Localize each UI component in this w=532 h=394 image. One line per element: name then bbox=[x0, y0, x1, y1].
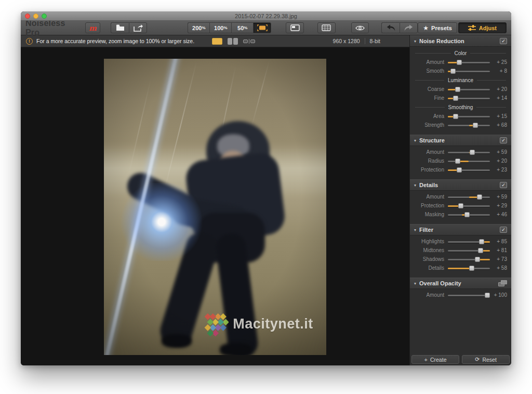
app-window: 2015-02-07 22.29.38.jpg Noiseless Pro m bbox=[21, 11, 511, 365]
reset-icon: ⟳ bbox=[475, 356, 480, 363]
slider-label: Amount bbox=[413, 194, 444, 200]
section-header[interactable]: ▾Filter✓ bbox=[410, 224, 511, 235]
slider-handle[interactable] bbox=[455, 87, 460, 92]
slider-track[interactable] bbox=[448, 203, 490, 208]
zoom-100-button[interactable]: 100% bbox=[209, 22, 231, 33]
section-title: Noise Reduction bbox=[419, 38, 464, 44]
open-file-button[interactable] bbox=[111, 22, 129, 33]
grid-button[interactable] bbox=[317, 22, 336, 33]
slider-handle[interactable] bbox=[453, 96, 458, 101]
section-checkbox[interactable]: ✓ bbox=[500, 227, 507, 233]
slider-row-protection: Protection+ 29 bbox=[410, 201, 511, 210]
zoom-200-button[interactable]: 200% bbox=[188, 22, 209, 33]
slider-label: Fine bbox=[413, 95, 444, 101]
slider-value: + 8 bbox=[490, 68, 507, 74]
zoom-100-label: 100 bbox=[214, 25, 223, 31]
slider-track[interactable] bbox=[448, 159, 490, 164]
macphun-m-icon: m bbox=[89, 24, 97, 32]
section-header[interactable]: ▾Noise Reduction✓ bbox=[410, 35, 511, 47]
compare-right-icon bbox=[250, 40, 255, 43]
slider-value: + 29 bbox=[490, 203, 507, 208]
slider-handle[interactable] bbox=[457, 167, 462, 173]
slider-track[interactable] bbox=[448, 248, 490, 253]
slider-track[interactable] bbox=[448, 114, 490, 119]
section-checkbox[interactable]: ✓ bbox=[500, 137, 507, 143]
redo-icon bbox=[404, 24, 413, 31]
section-header[interactable]: ▾Overall Opacity bbox=[410, 278, 511, 289]
slider-handle[interactable] bbox=[457, 60, 462, 65]
create-button[interactable]: + Create bbox=[411, 355, 459, 364]
slider-row-highlights: Highlights+ 85 bbox=[410, 237, 511, 246]
section-noise-reduction: ▾Noise Reduction✓ColorAmount+ 25Smooth+ … bbox=[410, 35, 511, 133]
slider-label: Details bbox=[413, 265, 444, 271]
photo[interactable]: Macitynet.it bbox=[104, 59, 326, 355]
slider-handle[interactable] bbox=[475, 257, 480, 262]
slider-row-protection: Protection+ 23 bbox=[410, 165, 511, 174]
redo-button[interactable] bbox=[400, 22, 418, 33]
macphun-logo-button[interactable]: m bbox=[85, 22, 101, 33]
adjust-button[interactable]: Adjust bbox=[458, 22, 507, 33]
slider-handle[interactable] bbox=[455, 159, 460, 164]
collapse-triangle-icon[interactable]: ▾ bbox=[414, 39, 416, 44]
zoom-50-button[interactable]: 50% bbox=[231, 22, 253, 33]
slider-handle[interactable] bbox=[470, 150, 475, 155]
slider-handle[interactable] bbox=[479, 239, 484, 244]
slider-value: + 46 bbox=[490, 212, 507, 217]
section-header[interactable]: ▾Details✓ bbox=[410, 179, 511, 191]
slider-handle[interactable] bbox=[458, 203, 463, 208]
fit-to-screen-button[interactable] bbox=[253, 22, 271, 33]
slider-track[interactable] bbox=[448, 60, 490, 65]
undo-button[interactable] bbox=[381, 22, 400, 33]
slider-track[interactable] bbox=[448, 167, 490, 173]
section-checkbox[interactable]: ✓ bbox=[500, 38, 507, 44]
slider-track[interactable] bbox=[448, 194, 490, 200]
slider-value: + 25 bbox=[490, 59, 507, 65]
slider-handle[interactable] bbox=[485, 293, 490, 298]
collapse-triangle-icon[interactable]: ▾ bbox=[414, 138, 416, 143]
collapse-triangle-icon[interactable]: ▾ bbox=[414, 183, 416, 188]
single-view-icon bbox=[212, 38, 222, 45]
collapse-triangle-icon[interactable]: ▾ bbox=[414, 228, 416, 232]
reset-button[interactable]: ⟳ Reset bbox=[462, 355, 510, 364]
single-view-button[interactable] bbox=[211, 37, 223, 45]
slider-handle[interactable] bbox=[477, 194, 482, 200]
slider-row-amount: Amount+ 100 bbox=[410, 291, 511, 299]
slider-track[interactable] bbox=[448, 96, 490, 101]
slider-handle[interactable] bbox=[453, 114, 458, 119]
group-label: Luminance bbox=[415, 76, 506, 84]
slider-track[interactable] bbox=[448, 69, 490, 74]
slider-row-coarse: Coarse+ 20 bbox=[410, 85, 511, 94]
layers-icon[interactable] bbox=[498, 280, 507, 286]
presets-button[interactable]: ★ Presets bbox=[418, 22, 457, 33]
folder-icon bbox=[116, 24, 125, 31]
navigator-button[interactable] bbox=[286, 22, 304, 33]
title-bar[interactable]: 2015-02-07 22.29.38.jpg bbox=[21, 11, 511, 21]
slider-handle[interactable] bbox=[464, 212, 470, 217]
export-button[interactable] bbox=[129, 22, 147, 33]
slider-track[interactable] bbox=[448, 293, 490, 298]
slider-track[interactable] bbox=[448, 87, 490, 92]
compare-view-button[interactable] bbox=[242, 37, 256, 45]
slider-value: + 100 bbox=[490, 292, 507, 298]
slider-value: + 20 bbox=[490, 86, 507, 92]
section-header[interactable]: ▾Structure✓ bbox=[410, 135, 511, 146]
slider-track[interactable] bbox=[448, 212, 490, 217]
split-view-button[interactable] bbox=[227, 37, 239, 45]
slider-track[interactable] bbox=[448, 266, 490, 271]
undo-icon bbox=[387, 24, 395, 31]
create-label: Create bbox=[430, 357, 447, 363]
slider-track[interactable] bbox=[448, 150, 490, 155]
slider-track[interactable] bbox=[448, 123, 490, 128]
slider-handle[interactable] bbox=[450, 69, 456, 74]
slider-track[interactable] bbox=[448, 239, 490, 244]
window-title: 2015-02-07 22.29.38.jpg bbox=[21, 13, 511, 19]
section-checkbox[interactable]: ✓ bbox=[500, 182, 507, 188]
collapse-triangle-icon[interactable]: ▾ bbox=[414, 281, 416, 286]
slider-track[interactable] bbox=[448, 257, 490, 262]
slider-handle[interactable] bbox=[473, 123, 478, 128]
slider-handle[interactable] bbox=[469, 266, 474, 271]
preview-warning-text: For a more accurate preview, zoom image … bbox=[36, 38, 194, 44]
preview-button[interactable] bbox=[351, 22, 369, 33]
slider-handle[interactable] bbox=[478, 248, 483, 253]
slider-row-amount: Amount+ 59 bbox=[410, 192, 511, 201]
